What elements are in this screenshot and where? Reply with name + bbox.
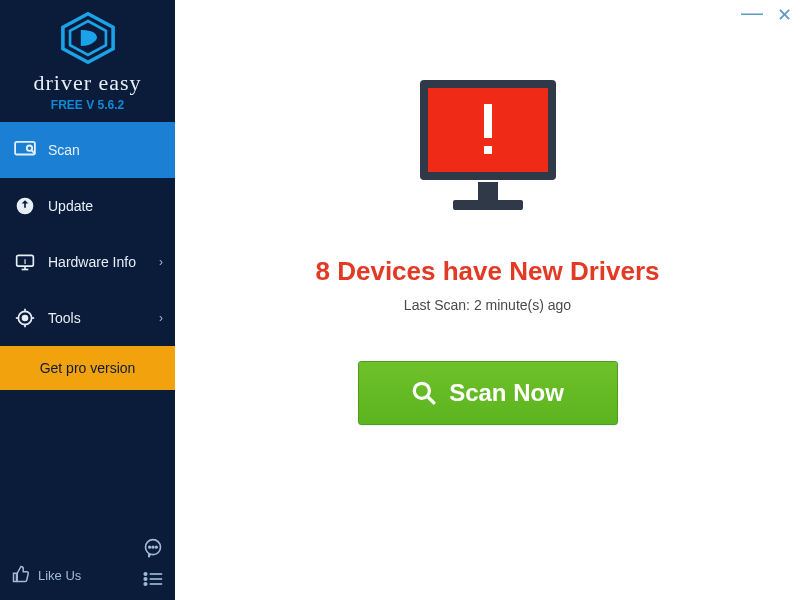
app-window: — ✕ driver easy FREE V 5.6.2 Scan xyxy=(0,0,800,600)
svg-point-22 xyxy=(144,578,147,581)
scan-now-button[interactable]: Scan Now xyxy=(358,361,618,425)
scan-icon xyxy=(14,139,36,161)
svg-text:i: i xyxy=(24,257,26,266)
sidebar-item-hardware-info[interactable]: i Hardware Info › xyxy=(0,234,175,290)
scan-button-label: Scan Now xyxy=(449,379,564,407)
brand-version: FREE V 5.6.2 xyxy=(0,98,175,112)
svg-rect-28 xyxy=(478,182,498,200)
sidebar-item-tools[interactable]: Tools › xyxy=(0,290,175,346)
main-content: 8 Devices have New Drivers Last Scan: 2 … xyxy=(175,0,800,600)
sidebar: driver easy FREE V 5.6.2 Scan xyxy=(0,0,175,600)
menu-icon[interactable] xyxy=(143,571,163,590)
close-button[interactable]: ✕ xyxy=(777,6,792,28)
brand-block: driver easy FREE V 5.6.2 xyxy=(0,0,175,122)
svg-point-18 xyxy=(152,546,154,548)
sidebar-item-update[interactable]: Update xyxy=(0,178,175,234)
feedback-icon[interactable] xyxy=(143,538,163,561)
sidebar-bottom: Like Us xyxy=(0,555,175,600)
window-controls: — ✕ xyxy=(741,6,792,28)
svg-rect-31 xyxy=(484,146,492,154)
svg-line-33 xyxy=(427,396,435,404)
alert-monitor-graphic xyxy=(398,70,578,230)
sidebar-item-label: Tools xyxy=(48,310,81,326)
svg-point-19 xyxy=(156,546,158,548)
sidebar-item-label: Update xyxy=(48,198,93,214)
last-scan-text: Last Scan: 2 minute(s) ago xyxy=(404,297,571,313)
svg-point-20 xyxy=(144,573,147,576)
sidebar-nav: Scan Update i Hardware Info xyxy=(0,122,175,346)
brand-name: driver easy xyxy=(0,70,175,96)
svg-point-24 xyxy=(144,583,147,586)
chevron-right-icon: › xyxy=(159,255,163,269)
like-us-link[interactable]: Like Us xyxy=(38,568,81,583)
svg-point-32 xyxy=(414,383,429,398)
tools-icon xyxy=(14,307,36,329)
svg-point-10 xyxy=(23,316,28,321)
sidebar-item-label: Hardware Info xyxy=(48,254,136,270)
svg-rect-30 xyxy=(484,104,492,138)
sidebar-item-label: Scan xyxy=(48,142,80,158)
update-icon xyxy=(14,195,36,217)
svg-rect-29 xyxy=(453,200,523,210)
chevron-right-icon: › xyxy=(159,311,163,325)
logo-icon xyxy=(59,12,117,64)
svg-point-17 xyxy=(149,546,151,548)
minimize-button[interactable]: — xyxy=(741,2,763,24)
svg-rect-15 xyxy=(14,573,17,581)
get-pro-button[interactable]: Get pro version xyxy=(0,346,175,390)
sidebar-item-scan[interactable]: Scan xyxy=(0,122,175,178)
thumbs-up-icon xyxy=(12,565,30,586)
search-icon xyxy=(411,380,437,406)
headline-text: 8 Devices have New Drivers xyxy=(316,256,660,287)
hardware-info-icon: i xyxy=(14,251,36,273)
